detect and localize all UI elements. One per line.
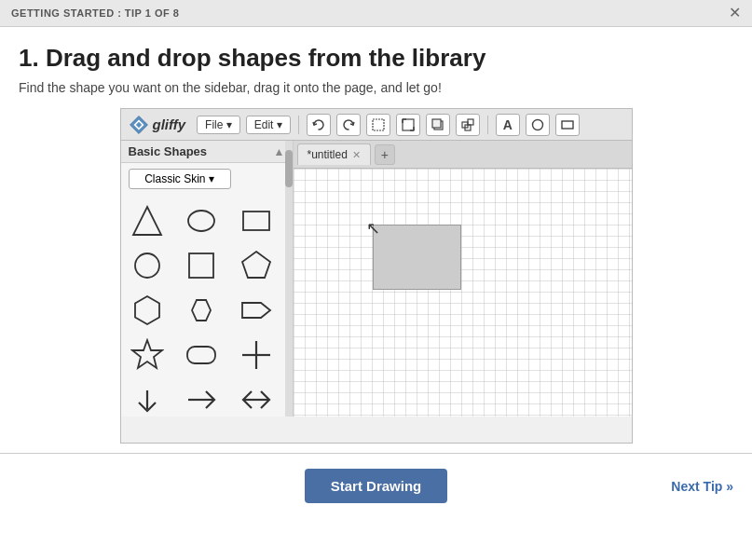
tab-close-button[interactable]: ✕ [352, 149, 361, 161]
shape-arrow-down[interactable] [127, 379, 168, 417]
gliffy-body: Basic Shapes ▲ Classic Skin ▾ [121, 141, 632, 417]
svg-rect-20 [189, 253, 213, 278]
sidebar-title: Basic Shapes [129, 144, 208, 158]
page-title: 1. Drag and drop shapes from the library [19, 44, 733, 73]
svg-rect-26 [187, 347, 215, 363]
shape-rounded-rect[interactable] [181, 335, 222, 376]
svg-marker-21 [242, 252, 270, 278]
copy-icon [431, 117, 445, 132]
tip-indicator: GETTING STARTED : TIP 1 OF 8 [11, 7, 179, 19]
cursor-indicator: ↖ [366, 220, 380, 237]
shape-cross[interactable] [236, 335, 277, 376]
gliffy-logo-text: gliffy [153, 116, 186, 132]
shapes-grid [121, 195, 293, 417]
svg-point-19 [135, 253, 159, 278]
shape-ellipse[interactable] [181, 200, 222, 241]
top-bar: GETTING STARTED : TIP 1 OF 8 ✕ [0, 0, 752, 27]
shape-circle[interactable] [127, 245, 168, 286]
shape-pentagon[interactable] [236, 245, 277, 286]
select-button[interactable] [366, 114, 390, 136]
shape-star[interactable] [127, 335, 168, 376]
start-drawing-button[interactable]: Start Drawing [305, 469, 448, 503]
rect-icon [560, 117, 575, 132]
circle-icon [530, 117, 545, 132]
duplicate-icon [460, 117, 475, 132]
skin-selector[interactable]: Classic Skin ▾ [129, 169, 285, 189]
svg-rect-3 [373, 119, 384, 130]
svg-rect-12 [468, 119, 473, 125]
toolbar-separator [298, 116, 299, 134]
skin-dropdown-button[interactable]: Classic Skin ▾ [129, 169, 231, 189]
resize-icon [401, 117, 416, 132]
add-tab-button[interactable]: + [375, 144, 395, 165]
sidebar-header: Basic Shapes ▲ [121, 141, 293, 163]
text-tool-button[interactable]: A [496, 114, 520, 136]
shape-hexagon-1[interactable] [127, 290, 168, 331]
shape-rectangle[interactable] [236, 200, 277, 241]
select-icon [371, 117, 386, 132]
sidebar-scrollbar-thumb[interactable] [285, 150, 293, 187]
shape-double-arrow[interactable] [236, 379, 277, 417]
close-button[interactable]: ✕ [729, 6, 741, 20]
toolbar-separator-2 [487, 116, 488, 134]
gliffy-logo: gliffy [129, 115, 186, 135]
shape-hexagon-2[interactable] [181, 290, 222, 331]
svg-rect-18 [243, 212, 269, 230]
shapes-sidebar: Basic Shapes ▲ Classic Skin ▾ [121, 141, 294, 417]
svg-marker-25 [132, 340, 162, 368]
edit-menu-button[interactable]: Edit ▾ [246, 116, 291, 134]
dropped-shape [373, 225, 461, 290]
shape-arrow-triangle[interactable] [236, 290, 277, 331]
redo-icon [341, 117, 356, 132]
svg-rect-4 [403, 119, 414, 130]
sidebar-scrollbar-track[interactable] [285, 141, 293, 417]
tab-name: *untitled [308, 148, 348, 161]
untitled-tab[interactable]: *untitled ✕ [297, 143, 371, 165]
rect-tool-button[interactable] [555, 114, 580, 136]
resize-button[interactable] [396, 114, 420, 136]
undo-button[interactable] [307, 114, 331, 136]
redo-button[interactable] [336, 114, 361, 136]
svg-point-14 [532, 119, 542, 130]
subtitle: Find the shape you want on the sidebar, … [19, 80, 733, 95]
canvas-area[interactable]: ↖ [294, 169, 632, 417]
shape-square[interactable] [181, 245, 222, 286]
next-tip-button[interactable]: Next Tip » [671, 479, 733, 494]
sidebar-scroll-indicator: ▲ [274, 145, 285, 158]
gliffy-logo-icon [129, 115, 149, 135]
shape-triangle[interactable] [127, 200, 168, 241]
file-menu-button[interactable]: File ▾ [197, 116, 240, 134]
copy-button[interactable] [426, 114, 450, 136]
svg-marker-23 [192, 300, 211, 321]
shape-arrow-right[interactable] [181, 379, 222, 417]
app-preview: gliffy File ▾ Edit ▾ [120, 108, 633, 444]
svg-marker-16 [133, 207, 161, 235]
duplicate-button[interactable] [456, 114, 480, 136]
svg-rect-15 [562, 121, 573, 129]
svg-marker-24 [242, 303, 270, 318]
svg-marker-22 [135, 296, 159, 324]
svg-point-17 [188, 211, 214, 231]
gliffy-toolbar: gliffy File ▾ Edit ▾ [121, 109, 632, 141]
gliffy-canvas-wrapper: *untitled ✕ + ↖ [294, 141, 632, 417]
svg-rect-10 [432, 119, 441, 128]
bottom-area: Start Drawing Next Tip » [0, 453, 752, 518]
undo-icon [311, 117, 326, 132]
circle-tool-button[interactable] [526, 114, 550, 136]
tab-bar: *untitled ✕ + [294, 141, 632, 169]
main-content: 1. Drag and drop shapes from the library… [0, 27, 752, 453]
